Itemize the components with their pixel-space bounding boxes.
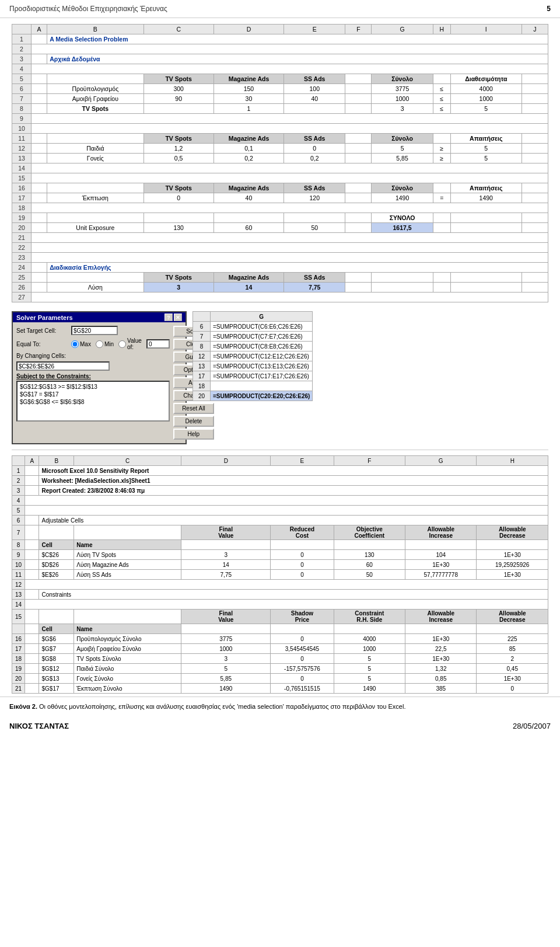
cell-i12: 5 <box>450 144 522 154</box>
col-d: D <box>214 25 284 34</box>
footer-author: ΝΙΚΟΣ ΤΣΑΝΤΑΣ <box>9 722 69 730</box>
s-adj-rcost-10: 0 <box>271 560 334 570</box>
s-adj-final: FinalValue <box>181 525 271 540</box>
min-radio[interactable] <box>96 340 103 348</box>
formula-cell-g12: =SUMPRODUCT(C12:E12;C26:E26) <box>211 351 313 361</box>
table-row: 8 Cell Name <box>12 540 548 550</box>
cell-e26: 7,75 <box>284 283 345 293</box>
row-num-1: 1 <box>12 34 32 44</box>
s-col-h: H <box>477 456 548 466</box>
cell-e7: 40 <box>284 94 345 104</box>
formula-rownum-17: 17 <box>193 371 211 381</box>
formula-cell-g6: =SUMPRODUCT(C6:E6;C26:E26) <box>211 322 313 332</box>
cell-b17: Έκπτωση <box>47 193 144 203</box>
table-row: 13 Constraints <box>12 590 548 600</box>
delete-button[interactable]: Delete <box>173 416 214 427</box>
cell-b24: Διαδικασία Επιλογής <box>47 263 548 273</box>
solver-body: Set Target Cell: Equal To: Max Min <box>13 322 186 443</box>
cell-h6: ≤ <box>433 84 450 94</box>
solver-left-panel: Set Target Cell: Equal To: Max Min <box>16 326 170 440</box>
cell-c6: 300 <box>144 84 214 94</box>
s-adj-name-10: Λύση Magazine Ads <box>74 560 181 570</box>
cell-d26: 14 <box>214 283 284 293</box>
reset-all-button[interactable]: Reset All <box>173 403 214 414</box>
solver-formulas-area: Solver Parameters ? ✕ Set Target Cell: E… <box>0 308 560 447</box>
min-radio-label[interactable]: Min <box>96 340 114 348</box>
cell-g7: 1000 <box>372 94 433 104</box>
formula-cell-g17: =SUMPRODUCT(C17:E17;C26:E26) <box>211 371 313 381</box>
table-row: 24 Διαδικασία Επιλογής <box>12 263 548 273</box>
constraints-section-label: Subject to the Constraints: <box>16 373 170 380</box>
main-spreadsheet: A B C D E F G H I J 1 A Media Selection … <box>12 24 548 302</box>
table-row: 5 TV Spots Magazine Ads SS Ads Σύνολο Δι… <box>12 74 548 84</box>
solver-title-buttons: ? ✕ <box>164 314 182 321</box>
cell-d16: Magazine Ads <box>214 183 284 193</box>
s-adj-ainc-11: 57,77777778 <box>405 570 477 580</box>
cell-g16: Σύνολο <box>372 183 433 193</box>
cell-i8: 5 <box>450 104 522 114</box>
table-row: 2 <box>12 44 548 54</box>
help-button[interactable]: Help <box>173 429 214 440</box>
value-of-input[interactable] <box>146 339 170 349</box>
s-adj-name-hdr: Name <box>74 540 181 550</box>
formula-corner <box>193 312 211 322</box>
solver-help-btn[interactable]: ? <box>164 314 173 321</box>
cell-e6: 100 <box>284 84 345 94</box>
table-row: 6 Adjustable Cells <box>12 516 548 525</box>
s-con-shadow-17: 3,545454545 <box>271 644 334 654</box>
table-row: 4 <box>12 496 548 506</box>
s-con-fval-17: 1000 <box>181 644 271 654</box>
s-con-shadow-18: 0 <box>271 654 334 664</box>
cell-c20: 130 <box>144 223 214 233</box>
s-con-cell-16: $G$6 <box>39 634 74 644</box>
cell-b1: A Media Selection Problem <box>47 34 548 44</box>
footer-section: Εικόνα 2. Οι οθόνες μοντελοποίησης, επίλ… <box>0 697 560 719</box>
s-col-e: E <box>271 456 334 466</box>
s-row13: Constraints <box>39 590 548 600</box>
table-row: 12 <box>12 580 548 590</box>
target-cell-label: Set Target Cell: <box>16 328 69 334</box>
formula-rownum-12: 12 <box>193 351 211 361</box>
table-row: 3 Αρχικά Δεδομένα <box>12 54 548 64</box>
footer-caption-text: Οι οθόνες μοντελοποίησης, επίλυσης και α… <box>39 703 405 710</box>
changing-cells-input[interactable] <box>16 361 110 371</box>
cell-g13: 5,85 <box>372 154 433 163</box>
s-con-cell-hdr: Cell <box>39 624 74 634</box>
table-row: 9 <box>12 114 548 124</box>
changing-cells-label: By Changing Cells: <box>16 353 69 359</box>
s-con-adec-19: 0,45 <box>477 664 548 674</box>
s-adj-obj: ObjectiveCoefficient <box>334 525 405 540</box>
s-adj-cell-11: $E$26 <box>39 570 74 580</box>
solver-close-btn[interactable]: ✕ <box>174 314 182 321</box>
table-row: 7 Αμοιβή Γραφείου 90 30 40 1000 ≤ 1000 <box>12 94 548 104</box>
value-radio[interactable] <box>118 340 126 348</box>
constraints-box: $G$12:$G$13 >= $I$12:$I$13 $G$17 = $I$17… <box>16 381 170 422</box>
cell-b13: Γονείς <box>47 154 144 163</box>
cell-i7: 1000 <box>450 94 522 104</box>
s-con-name-20: Γονείς Σύνολο <box>74 674 181 684</box>
value-of-radio-label[interactable]: Value of: <box>118 337 142 350</box>
cell-e25: SS Ads <box>284 273 345 283</box>
s-con-shadow-21: -0,765151515 <box>271 684 334 694</box>
footer-caption-bold: Εικόνα 2. <box>9 703 37 710</box>
constraint-2: $G$17 = $I$17 <box>19 391 167 398</box>
max-radio[interactable] <box>71 340 79 348</box>
cell-b26: Λύση <box>47 283 144 293</box>
target-cell-input[interactable] <box>71 326 118 335</box>
table-row: 27 <box>12 293 548 302</box>
formulas-area: G 6 =SUMPRODUCT(C6:E6;C26:E26) 7 =SUMPRO… <box>192 311 548 401</box>
s-con-fval-20: 5,85 <box>181 674 271 684</box>
table-row: 17 $G$7 Αμοιβή Γραφείου Σύνολο 1000 3,54… <box>12 644 548 654</box>
s-con-fval-19: 5 <box>181 664 271 674</box>
s-con-rhs-21: 1490 <box>334 684 405 694</box>
max-radio-label[interactable]: Max <box>71 340 91 348</box>
col-g: G <box>372 25 433 34</box>
cell-d20: 60 <box>214 223 284 233</box>
solver-changing-input-row <box>16 361 170 371</box>
s-con-adec-21: 0 <box>477 684 548 694</box>
table-row: 26 Λύση 3 14 7,75 <box>12 283 548 293</box>
cell-d6: 150 <box>214 84 284 94</box>
formula-rownum-7: 7 <box>193 332 211 342</box>
cell-h13: ≥ <box>433 154 450 163</box>
formula-row-6: 6 =SUMPRODUCT(C6:E6;C26:E26) <box>193 322 313 332</box>
